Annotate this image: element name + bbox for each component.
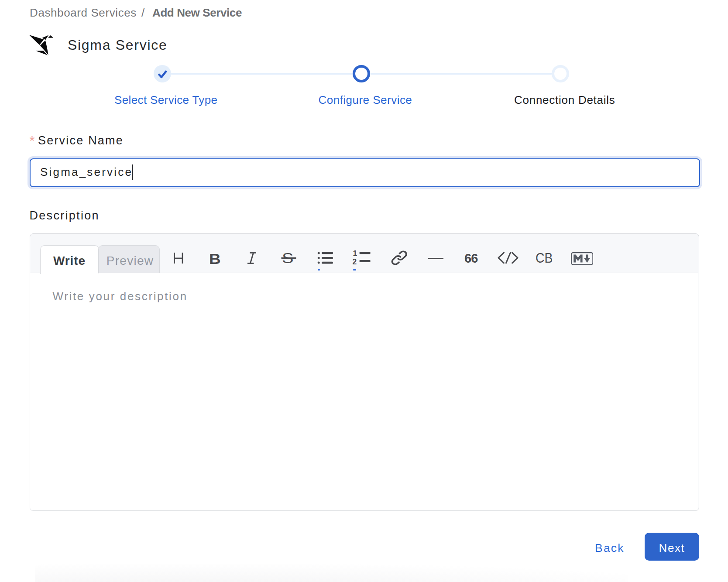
svg-text:1: 1	[353, 250, 357, 258]
svg-text:2: 2	[353, 257, 357, 266]
